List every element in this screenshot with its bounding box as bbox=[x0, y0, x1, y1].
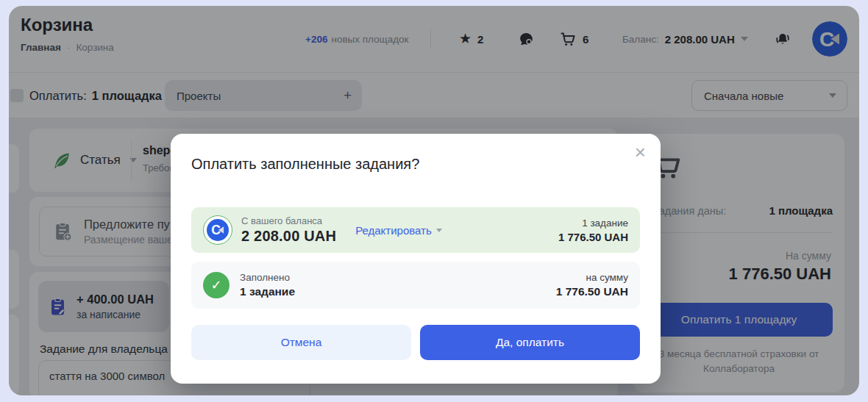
tasks-amount: 1 776.50 UAH bbox=[558, 231, 628, 243]
modal-balance-value: 2 208.00 UAH bbox=[241, 228, 336, 245]
check-glyph: ✓ bbox=[210, 277, 221, 293]
modal-title: Оплатить заполненные задания? bbox=[191, 156, 419, 173]
cancel-button[interactable]: Отмена bbox=[191, 325, 411, 360]
confirm-pay-button[interactable]: Да, оплатить bbox=[420, 325, 640, 360]
filled-caption: Заполнено bbox=[240, 272, 295, 283]
amount-caption: на сумму bbox=[556, 272, 628, 283]
tasks-amount-block: 1 задание 1 776.50 UAH bbox=[558, 218, 628, 243]
filled-value: 1 задание bbox=[240, 285, 295, 298]
filled-amount-block: на сумму 1 776.50 UAH bbox=[556, 272, 628, 298]
balance-source-panel: С вашего баланса 2 208.00 UAH Редактиров… bbox=[191, 207, 640, 253]
collaborator-balance-icon bbox=[203, 215, 232, 245]
edit-link-label: Редактировать bbox=[355, 224, 432, 237]
app-window: Корзина Главная · Корзина +206 новых пло… bbox=[9, 6, 859, 395]
tasks-count: 1 задание bbox=[558, 218, 628, 229]
pay-confirmation-modal: × Оплатить заполненные задания? С вашего… bbox=[171, 134, 661, 384]
check-circle-icon: ✓ bbox=[203, 272, 230, 298]
filled-tasks-panel: ✓ Заполнено 1 задание на сумму 1 776.50 … bbox=[191, 262, 640, 309]
modal-actions: Отмена Да, оплатить bbox=[191, 325, 640, 360]
edit-balance-dropdown[interactable]: Редактировать bbox=[355, 224, 442, 237]
balance-caption: С вашего баланса bbox=[241, 215, 336, 226]
amount-value: 1 776.50 UAH bbox=[556, 285, 628, 298]
close-icon[interactable]: × bbox=[632, 140, 649, 165]
chevron-down-icon bbox=[436, 229, 442, 232]
